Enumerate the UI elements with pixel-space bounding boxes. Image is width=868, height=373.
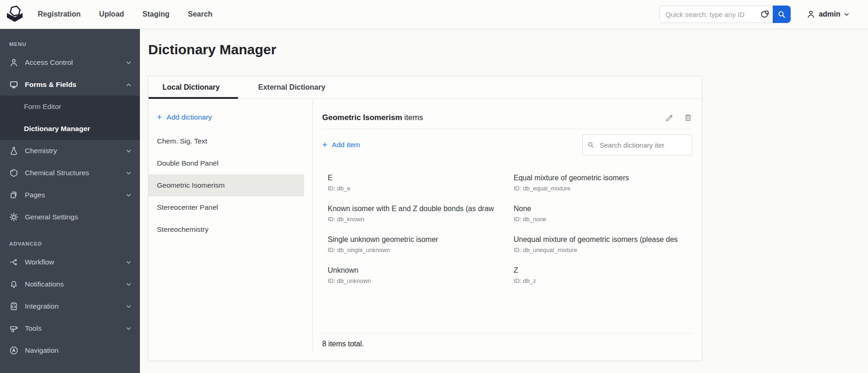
tab-local-dictionary[interactable]: Local Dictionary: [149, 76, 238, 98]
dictionary-item-stereochemistry[interactable]: Stereochemistry: [149, 218, 304, 241]
detail-header: Geometric Isomerism items: [322, 113, 692, 122]
sidebar-item-label: Chemistry: [25, 147, 126, 155]
entry-id: ID: db_equal_mixture: [514, 185, 692, 192]
items-count: 8 items total.: [322, 340, 364, 348]
monitor-icon: [9, 80, 18, 89]
user-menu[interactable]: admin: [806, 10, 850, 19]
benzene-hexagon-icon: [9, 168, 18, 178]
dictionary-manager-card: Local Dictionary External Dictionary + A…: [148, 76, 702, 361]
entry-id: ID: db_unknown: [328, 277, 514, 285]
sidebar-item-label: Notifications: [25, 280, 126, 288]
tab-bar: Local Dictionary External Dictionary: [149, 76, 702, 99]
dictionary-item-chem-sig-text[interactable]: Chem. Sig. Text: [149, 130, 304, 152]
sidebar-item-tools[interactable]: Tools: [0, 317, 140, 339]
flask-icon: [9, 146, 18, 155]
bell-icon: [9, 280, 18, 289]
dictionary-entry[interactable]: E ID: db_e: [328, 173, 514, 192]
chevron-down-icon: [126, 148, 132, 154]
footer-divider: [322, 333, 692, 333]
nav-link-staging[interactable]: Staging: [143, 10, 170, 18]
dictionary-item-double-bond-panel[interactable]: Double Bond Panel: [149, 152, 304, 174]
hexagon-box-logo-icon: [5, 4, 25, 24]
entry-name: Equal mixture of geometric isomers: [514, 173, 692, 183]
workflow-icon: [9, 258, 18, 267]
dictionary-entry[interactable]: Single unknown geometric isomer ID: db_s…: [328, 235, 514, 254]
quick-search-field: [660, 6, 773, 23]
sidebar-item-label: Dictionary Manager: [24, 125, 90, 133]
sidebar-item-label: Chemical Structures: [25, 169, 126, 177]
sidebar-item-workflow[interactable]: Workflow: [0, 251, 140, 273]
add-item-label: Add item: [332, 141, 360, 149]
dictionary-entry[interactable]: Known isomer with E and Z double bonds (…: [328, 204, 514, 223]
sidebar-item-label: Tools: [25, 324, 126, 333]
chevron-down-icon: [126, 326, 132, 332]
structure-search-icon[interactable]: [760, 10, 770, 20]
add-dictionary-label: Add dictionary: [167, 113, 212, 121]
entry-id: ID: db_none: [514, 216, 692, 223]
dictionary-entry[interactable]: Unequal mixture of geometric isomers (pl…: [514, 235, 692, 254]
item-search-input[interactable]: [599, 141, 687, 149]
nav-link-registration[interactable]: Registration: [38, 10, 81, 18]
app-logo[interactable]: [5, 4, 25, 24]
dictionary-list-panel: + Add dictionary Chem. Sig. Text Double …: [149, 99, 312, 361]
sidebar-item-navigation[interactable]: Navigation: [0, 339, 140, 362]
sidebar-item-label: Integration: [25, 302, 126, 310]
nav-link-upload[interactable]: Upload: [99, 10, 124, 18]
quick-search-input[interactable]: [660, 11, 773, 18]
item-search-field: [582, 134, 692, 155]
add-item-button[interactable]: + Add item: [322, 134, 360, 156]
sidebar-item-label: Form Editor: [24, 103, 61, 111]
sidebar-item-dictionary-manager[interactable]: Dictionary Manager: [0, 118, 140, 140]
main-content: Dictionary Manager Local Dictionary Exte…: [140, 29, 868, 373]
chevron-down-icon: [844, 11, 850, 17]
dictionary-detail-panel: Geometric Isomerism items: [312, 99, 702, 361]
dictionary-entry[interactable]: Equal mixture of geometric isomers ID: d…: [514, 173, 692, 192]
person-icon: [9, 58, 18, 67]
search-icon: [587, 141, 595, 149]
sidebar-item-general-settings[interactable]: General Settings: [0, 206, 140, 228]
tab-external-dictionary[interactable]: External Dictionary: [258, 76, 325, 98]
sidebar-section-menu: MENU: [9, 41, 140, 47]
sidebar-item-pages[interactable]: Pages: [0, 184, 140, 206]
chevron-down-icon: [126, 281, 132, 287]
sidebar-item-form-editor[interactable]: Form Editor: [0, 96, 140, 118]
sidebar-item-access-control[interactable]: Access Control: [0, 52, 140, 74]
delete-trash-icon[interactable]: [684, 114, 692, 122]
card-body: + Add dictionary Chem. Sig. Text Double …: [149, 99, 702, 361]
nav-link-search[interactable]: Search: [188, 10, 212, 18]
sidebar-item-chemistry[interactable]: Chemistry: [0, 140, 140, 162]
entry-name: Single unknown geometric isomer: [328, 235, 514, 244]
entry-id: ID: db_z: [514, 277, 692, 285]
entry-name: Known isomer with E and Z double bonds (…: [328, 204, 514, 213]
sidebar-item-label: Workflow: [25, 258, 126, 266]
entry-name: Unequal mixture of geometric isomers (pl…: [514, 235, 692, 244]
app-window: Registration Upload Staging Search: [0, 0, 868, 373]
chevron-down-icon: [126, 259, 132, 265]
dictionary-entry[interactable]: Unknown ID: db_unknown: [328, 266, 514, 285]
detail-title-name: Geometric Isomerism: [322, 113, 402, 122]
dictionary-entry[interactable]: Z ID: db_z: [514, 266, 692, 285]
main-menu: Registration Upload Staging Search: [38, 10, 213, 18]
detail-title-suffix: items: [402, 113, 423, 122]
add-dictionary-button[interactable]: + Add dictionary: [149, 106, 312, 128]
search-icon: [777, 10, 786, 19]
items-grid: E ID: db_e Equal mixture of geometric is…: [328, 173, 692, 285]
sidebar-item-integration[interactable]: Integration: [0, 295, 140, 317]
dictionary-entry[interactable]: None ID: db_none: [514, 204, 692, 223]
sidebar-item-notifications[interactable]: Notifications: [0, 273, 140, 295]
top-navbar: Registration Upload Staging Search: [0, 0, 868, 29]
items-toolbar: + Add item: [322, 134, 692, 156]
edit-pencil-icon[interactable]: [665, 114, 674, 122]
quick-search-button[interactable]: [773, 6, 791, 23]
dictionary-item-geometric-isomerism[interactable]: Geometric Isomerism: [149, 174, 304, 196]
detail-actions: [665, 114, 692, 122]
sidebar-item-label: General Settings: [25, 213, 132, 221]
entry-name: Z: [514, 266, 692, 275]
drill-icon: [9, 324, 18, 333]
dictionary-item-stereocenter-panel[interactable]: Stereocenter Panel: [149, 196, 304, 218]
entry-id: ID: db_e: [328, 185, 514, 192]
user-name: admin: [819, 10, 840, 18]
sidebar-item-forms-fields[interactable]: Forms & Fields: [0, 74, 140, 96]
sidebar-item-chemical-structures[interactable]: Chemical Structures: [0, 162, 140, 184]
entry-id: ID: db_known: [328, 216, 514, 223]
